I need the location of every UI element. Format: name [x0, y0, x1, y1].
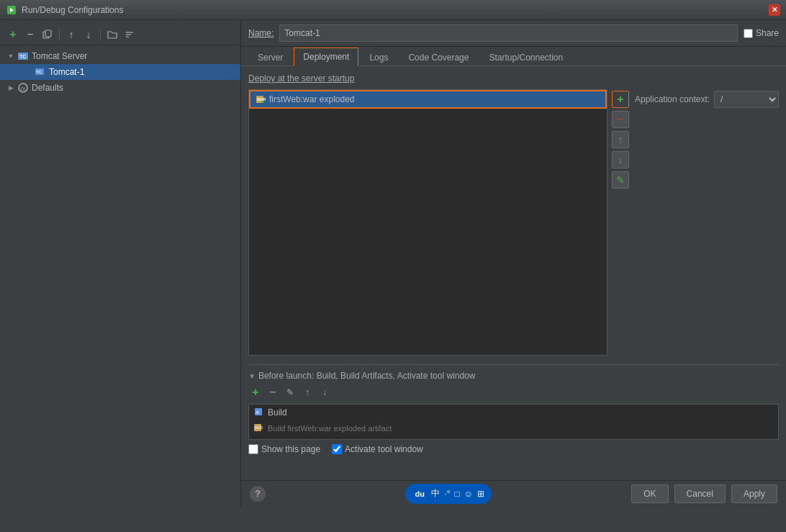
title-bar-text: Run/Debug Configurations: [22, 5, 123, 15]
bl-item-build-artifact[interactable]: WAR Build firstWeb:war exploded artifact: [249, 420, 778, 436]
tree-item-defaults[interactable]: ▶ 0| Defaults: [0, 80, 240, 96]
show-page-option[interactable]: Show this page: [248, 444, 320, 454]
apply-button[interactable]: Apply: [731, 484, 777, 503]
artifact-list: WAR firstWeb:war exploded: [248, 89, 607, 356]
sidebar-toolbar: + − ↑ ↓: [0, 24, 240, 45]
ok-button[interactable]: OK: [631, 484, 668, 503]
defaults-label: Defaults: [32, 83, 63, 93]
bl-edit-button[interactable]: ✎: [283, 385, 297, 400]
svg-text:TC: TC: [19, 54, 26, 59]
name-row: Name: Share: [241, 20, 786, 47]
deploy-section-label: Deploy at the server startup: [248, 73, 779, 84]
leaf-spacer: [23, 67, 33, 77]
artifact-label: firstWeb:war exploded: [269, 94, 355, 104]
svg-text:⚙: ⚙: [256, 410, 259, 415]
bottom-bar: ? du 中 ·° □ ☺ ⊞ OK Cancel Apply: [241, 480, 786, 506]
tab-server[interactable]: Server: [248, 48, 292, 66]
deployment-area: WAR firstWeb:war exploded +: [248, 89, 779, 356]
tab-startup[interactable]: Startup/Connection: [479, 48, 572, 66]
show-page-label: Show this page: [261, 444, 320, 454]
tab-logs[interactable]: Logs: [360, 48, 397, 66]
copy-config-button[interactable]: [40, 27, 55, 42]
ime-logo: du: [412, 487, 427, 501]
svg-text:TC: TC: [36, 70, 42, 74]
folder-button[interactable]: [105, 27, 119, 42]
content-body: Deploy at the server startup WAR: [241, 66, 786, 480]
build-artifact-label: Build firstWeb:war exploded artifact: [268, 424, 392, 433]
ime-icon-1: ·°: [444, 489, 450, 499]
collapse-triangle: ▼: [248, 372, 256, 380]
bl-remove-button[interactable]: −: [266, 385, 280, 400]
ime-icon-4: ⊞: [477, 489, 484, 499]
move-up-artifact-button[interactable]: ↑: [612, 131, 629, 148]
ime-icon-3: ☺: [464, 489, 473, 499]
tomcat1-label: Tomcat-1: [49, 67, 84, 77]
window-controls: ✕: [769, 4, 780, 16]
build-artifact-icon: WAR: [253, 423, 265, 434]
title-bar: Run/Debug Configurations ✕: [0, 0, 786, 20]
ime-icon-2: □: [454, 489, 459, 499]
defaults-icon: 0|: [17, 82, 29, 94]
name-label: Name:: [248, 28, 274, 38]
before-launch-title: Before launch: Build, Build Artifacts, A…: [258, 371, 476, 381]
before-launch-toolbar: + − ✎ ↑ ↓: [248, 385, 779, 400]
tree-group-tomcat[interactable]: ▼ TC Tomcat Server: [0, 48, 240, 64]
share-label: Share: [756, 28, 779, 38]
app-context-label: Application context:: [635, 94, 710, 104]
help-button[interactable]: ?: [250, 486, 266, 502]
build-icon: ⚙: [253, 407, 265, 418]
remove-artifact-button[interactable]: −: [612, 111, 629, 128]
tab-code-coverage[interactable]: Code Coverage: [399, 48, 478, 66]
before-launch-section: ▼ Before launch: Build, Build Artifacts,…: [248, 364, 779, 459]
bl-add-button[interactable]: +: [248, 385, 263, 400]
tabs-bar: Server Deployment Logs Code Coverage Sta…: [241, 47, 786, 66]
svg-text:WAR: WAR: [255, 425, 263, 430]
tree-expand-arrow: ▼: [6, 51, 16, 61]
war-artifact-icon: WAR: [255, 94, 266, 105]
tab-deployment[interactable]: Deployment: [294, 48, 358, 66]
bottom-left: ?: [250, 486, 266, 502]
cancel-button[interactable]: Cancel: [674, 484, 726, 503]
svg-text:WAR: WAR: [257, 97, 266, 102]
options-row: Show this page Activate tool window: [248, 440, 779, 459]
artifact-controls: + − ↑ ↓ ✎: [612, 89, 629, 356]
app-context-select[interactable]: / /firstWeb: [714, 91, 779, 108]
bl-item-build[interactable]: ⚙ Build: [249, 405, 778, 420]
bl-movedown-button[interactable]: ↓: [317, 385, 332, 400]
tree-item-tomcat1[interactable]: TC Tomcat-1: [0, 64, 240, 80]
move-down-button[interactable]: ↓: [81, 27, 96, 42]
ime-panel: du 中 ·° □ ☺ ⊞: [405, 484, 492, 504]
tomcat-server-label: Tomcat Server: [32, 51, 87, 61]
name-input[interactable]: [279, 24, 738, 42]
activate-window-option[interactable]: Activate tool window: [332, 444, 423, 454]
move-down-artifact-button[interactable]: ↓: [612, 151, 629, 168]
artifact-item[interactable]: WAR firstWeb:war exploded: [249, 90, 607, 109]
ime-text: 中: [431, 487, 440, 500]
bl-moveup-button[interactable]: ↑: [300, 385, 315, 400]
tomcat-server-icon: TC: [17, 50, 29, 62]
tomcat1-icon: TC: [35, 66, 46, 78]
activate-window-checkbox[interactable]: [332, 444, 342, 454]
bottom-center: du 中 ·° □ ☺ ⊞: [405, 484, 492, 504]
build-label: Build: [268, 407, 287, 418]
add-config-button[interactable]: +: [6, 27, 20, 42]
add-artifact-button[interactable]: +: [612, 91, 629, 108]
close-button[interactable]: ✕: [769, 4, 780, 16]
main-container: + − ↑ ↓ ▼ TC: [0, 20, 786, 506]
app-context-panel: Application context: / /firstWeb: [635, 89, 779, 356]
svg-rect-3: [45, 30, 51, 37]
share-checkbox[interactable]: [744, 29, 753, 38]
toolbar-separator-2: [100, 29, 101, 40]
before-launch-header: ▼ Before launch: Build, Build Artifacts,…: [248, 371, 779, 381]
before-launch-list: ⚙ Build WAR Build firstWeb:war explod: [248, 404, 779, 440]
app-icon: [6, 4, 17, 16]
defaults-arrow: ▶: [6, 83, 16, 93]
sort-button[interactable]: [122, 27, 137, 42]
bottom-right: OK Cancel Apply: [631, 484, 777, 503]
edit-artifact-button[interactable]: ✎: [612, 171, 629, 189]
activate-window-label: Activate tool window: [345, 444, 423, 454]
show-page-checkbox[interactable]: [248, 444, 258, 454]
move-up-button[interactable]: ↑: [64, 27, 78, 42]
svg-text:0|: 0|: [21, 86, 26, 92]
remove-config-button[interactable]: −: [23, 27, 37, 42]
